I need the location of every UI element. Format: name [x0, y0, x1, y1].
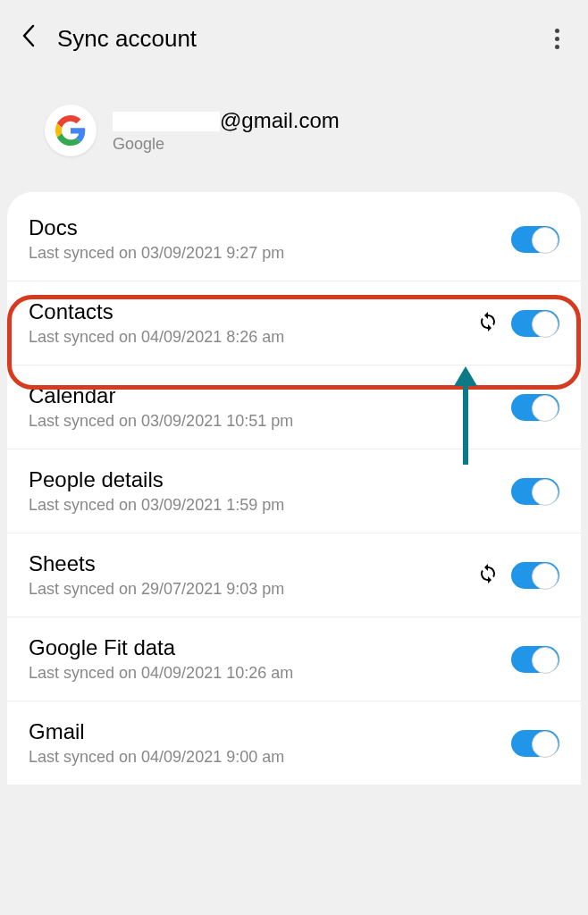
- account-section: @gmail.com Google: [0, 78, 588, 192]
- row-text: People details Last synced on 03/09/2021…: [29, 467, 511, 515]
- sync-row-docs[interactable]: Docs Last synced on 03/09/2021 9:27 pm: [7, 192, 581, 281]
- row-text: Contacts Last synced on 04/09/2021 8:26 …: [29, 299, 477, 347]
- sync-list: Docs Last synced on 03/09/2021 9:27 pm C…: [7, 192, 581, 785]
- account-provider: Google: [113, 135, 340, 154]
- toggle-sheets[interactable]: [511, 562, 559, 589]
- row-title: Google Fit data: [29, 635, 511, 660]
- sync-row-google-fit[interactable]: Google Fit data Last synced on 04/09/202…: [7, 617, 581, 701]
- row-text: Sheets Last synced on 29/07/2021 9:03 pm: [29, 551, 477, 599]
- back-icon[interactable]: [21, 24, 36, 54]
- account-email: @gmail.com: [113, 108, 340, 133]
- row-subtitle: Last synced on 03/09/2021 9:27 pm: [29, 244, 511, 263]
- row-subtitle: Last synced on 04/09/2021 8:26 am: [29, 328, 477, 347]
- header: Sync account: [0, 0, 588, 78]
- row-subtitle: Last synced on 03/09/2021 10:51 pm: [29, 412, 511, 431]
- row-subtitle: Last synced on 29/07/2021 9:03 pm: [29, 580, 477, 599]
- toggle-google-fit[interactable]: [511, 646, 559, 673]
- sync-row-people-details[interactable]: People details Last synced on 03/09/2021…: [7, 449, 581, 533]
- toggle-people-details[interactable]: [511, 478, 559, 505]
- toggle-contacts[interactable]: [511, 310, 559, 337]
- row-title: Docs: [29, 215, 511, 240]
- row-title: Gmail: [29, 719, 511, 744]
- sync-spinner-icon: [477, 311, 499, 336]
- overflow-menu-icon[interactable]: [548, 18, 567, 60]
- row-subtitle: Last synced on 04/09/2021 10:26 am: [29, 664, 511, 683]
- row-text: Calendar Last synced on 03/09/2021 10:51…: [29, 383, 511, 431]
- sync-row-sheets[interactable]: Sheets Last synced on 29/07/2021 9:03 pm: [7, 533, 581, 617]
- toggle-calendar[interactable]: [511, 394, 559, 421]
- sync-row-calendar[interactable]: Calendar Last synced on 03/09/2021 10:51…: [7, 365, 581, 449]
- row-text: Google Fit data Last synced on 04/09/202…: [29, 635, 511, 683]
- sync-row-contacts[interactable]: Contacts Last synced on 04/09/2021 8:26 …: [7, 281, 581, 365]
- sync-row-gmail[interactable]: Gmail Last synced on 04/09/2021 9:00 am: [7, 701, 581, 785]
- row-title: Contacts: [29, 299, 477, 324]
- toggle-docs[interactable]: [511, 226, 559, 253]
- sync-spinner-icon: [477, 563, 499, 588]
- row-text: Gmail Last synced on 04/09/2021 9:00 am: [29, 719, 511, 767]
- header-left: Sync account: [21, 24, 197, 54]
- account-text: @gmail.com Google: [113, 108, 340, 154]
- row-subtitle: Last synced on 03/09/2021 1:59 pm: [29, 496, 511, 515]
- google-logo-icon: [45, 105, 97, 156]
- row-title: Sheets: [29, 551, 477, 576]
- page-title: Sync account: [57, 25, 197, 53]
- row-subtitle: Last synced on 04/09/2021 9:00 am: [29, 748, 511, 767]
- row-title: Calendar: [29, 383, 511, 408]
- toggle-gmail[interactable]: [511, 730, 559, 757]
- row-text: Docs Last synced on 03/09/2021 9:27 pm: [29, 215, 511, 263]
- row-title: People details: [29, 467, 511, 492]
